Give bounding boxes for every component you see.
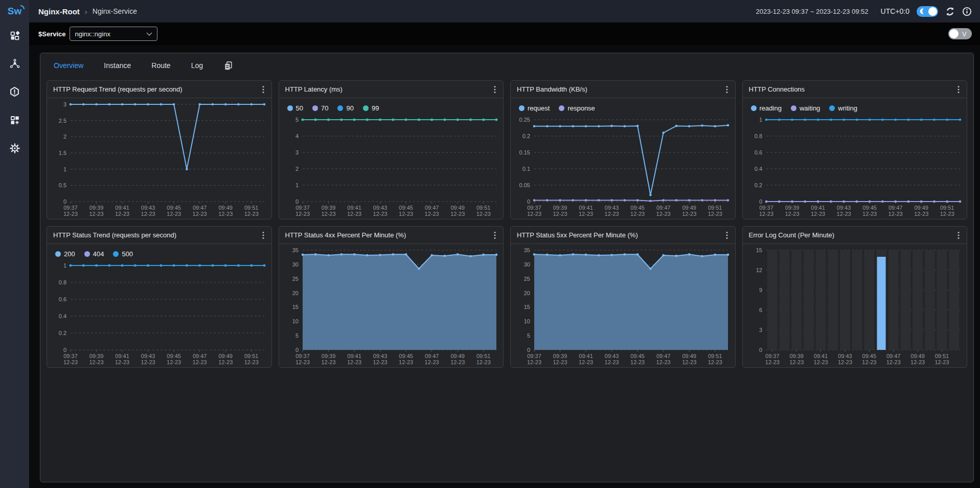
chart-canvas[interactable]: 00.20.40.60.8109:3712-2309:3912-2309:411… [743,114,967,219]
svg-text:0.8: 0.8 [754,133,762,139]
svg-text:09:49: 09:49 [682,205,696,211]
svg-text:09:43: 09:43 [838,353,852,359]
panel-header: HTTP Bandwidth (KB/s) [511,81,735,98]
legend-item[interactable]: 200 [55,250,75,258]
legend-dot [84,251,90,257]
tab-overview[interactable]: Overview [54,61,83,70]
view-mode-toggle[interactable]: V [948,28,972,39]
svg-text:09:37: 09:37 [527,205,541,211]
sidebar-item-topology[interactable] [0,51,29,79]
svg-text:09:45: 09:45 [399,205,413,211]
sidebar-item-settings[interactable] [0,135,29,163]
panel-menu-button[interactable] [724,230,730,240]
panel-menu-button[interactable] [955,84,962,95]
svg-text:09:39: 09:39 [553,353,567,359]
svg-text:12-23: 12-23 [141,211,155,217]
legend-item[interactable]: reading [751,104,782,112]
sidebar-item-alerting[interactable] [0,79,29,107]
panel-title: HTTP Connections [749,85,805,93]
chart-canvas[interactable]: 0510152025303509:3712-2309:3912-2309:411… [511,244,735,368]
svg-text:2: 2 [295,166,298,172]
svg-text:12-23: 12-23 [605,359,619,365]
svg-text:3: 3 [295,149,298,156]
chart-legend: 50709099 [279,98,504,114]
legend-label: reading [760,104,782,112]
settings-icon [10,143,20,156]
svg-text:12-23: 12-23 [910,359,925,365]
alerting-icon [9,86,20,99]
legend-item[interactable]: 50 [287,104,303,112]
chart-canvas[interactable]: 0510152025303509:3712-2309:3912-2309:411… [279,244,504,368]
legend-item[interactable]: waiting [791,104,820,112]
legend-item[interactable]: request [519,104,550,112]
tab-route[interactable]: Route [151,61,170,70]
info-icon[interactable] [962,7,972,16]
svg-text:0.2: 0.2 [522,133,530,139]
legend-item[interactable]: writing [829,104,857,112]
tab-instance[interactable]: Instance [104,61,131,70]
app-logo[interactable]: Sw [0,0,29,23]
svg-text:3: 3 [63,101,66,107]
breadcrumb-separator: › [85,7,87,16]
panel-menu-button[interactable] [724,84,730,95]
svg-text:12-23: 12-23 [295,359,309,365]
svg-text:12-23: 12-23 [115,359,129,365]
refresh-icon[interactable] [945,7,955,16]
sidebar-item-dashboards[interactable] [0,23,29,51]
logo-arc [20,5,25,9]
svg-text:12-23: 12-23 [553,211,567,217]
time-range-picker[interactable]: 2023-12-23 09:37 ~ 2023-12-23 09:52 [756,8,868,15]
tab-log[interactable]: Log [191,61,203,70]
legend-item[interactable]: 500 [113,250,133,258]
dark-mode-toggle[interactable] [917,6,938,17]
chart-panel: HTTP Status Trend (requests per second)2… [47,226,272,368]
svg-text:12-23: 12-23 [708,359,722,365]
chart-canvas[interactable]: 00.20.40.60.8109:3712-2309:3912-2309:411… [47,259,271,368]
panel-menu-button[interactable] [955,230,962,240]
panel-title: HTTP Status Trend (requests per second) [53,231,176,239]
copy-icon[interactable] [223,60,233,70]
toggle-knob [928,7,937,16]
legend-item[interactable]: 70 [312,104,328,112]
chart-legend: 200404500 [47,244,271,259]
svg-text:5: 5 [527,332,530,339]
breadcrumb-root[interactable]: Nginx-Root [38,7,80,16]
legend-label: 200 [64,250,75,258]
timezone-label: UTC+0:0 [881,7,909,15]
toggle-knob [949,29,959,38]
legend-item[interactable]: response [559,104,595,112]
panel-menu-button[interactable] [492,230,498,240]
marketplace-icon [10,115,20,127]
legend-label: writing [838,104,857,112]
svg-text:09:49: 09:49 [218,353,233,359]
panel-menu-button[interactable] [260,84,266,95]
svg-text:09:39: 09:39 [785,205,799,211]
svg-text:09:51: 09:51 [935,353,949,359]
sidebar-item-marketplace[interactable] [0,107,29,135]
breadcrumb: Nginx-Root › Nginx-Service [38,7,137,16]
svg-text:12-23: 12-23 [862,359,876,365]
svg-text:09:39: 09:39 [321,205,335,211]
panel-menu-button[interactable] [260,230,266,240]
svg-text:9: 9 [759,287,762,293]
chart-canvas[interactable]: 01234509:3712-2309:3912-2309:4112-2309:4… [279,114,504,219]
svg-text:0.1: 0.1 [522,166,530,172]
svg-text:12-23: 12-23 [813,359,828,365]
legend-item[interactable]: 90 [337,104,353,112]
svg-text:12-23: 12-23 [63,211,78,217]
svg-text:10: 10 [292,318,298,324]
svg-text:12-23: 12-23 [940,211,954,217]
chart-canvas[interactable]: 0369121509:3712-2309:3912-2309:4112-2309… [743,244,967,368]
legend-dot [751,105,757,111]
breadcrumb-current[interactable]: Nginx-Service [93,7,137,15]
sidebar: Sw [0,0,29,488]
svg-text:12-23: 12-23 [605,211,619,217]
panel-menu-button[interactable] [492,84,498,95]
svg-text:12-23: 12-23 [450,359,465,365]
chart-canvas[interactable]: 00.511.522.5309:3712-2309:3912-2309:4112… [47,98,271,219]
legend-item[interactable]: 99 [363,104,379,112]
svg-text:09:45: 09:45 [862,205,877,211]
chart-canvas[interactable]: 00.050.10.150.20.2509:3712-2309:3912-230… [511,114,735,219]
service-select[interactable]: nginx::nginx [70,27,157,41]
legend-item[interactable]: 404 [84,250,104,258]
